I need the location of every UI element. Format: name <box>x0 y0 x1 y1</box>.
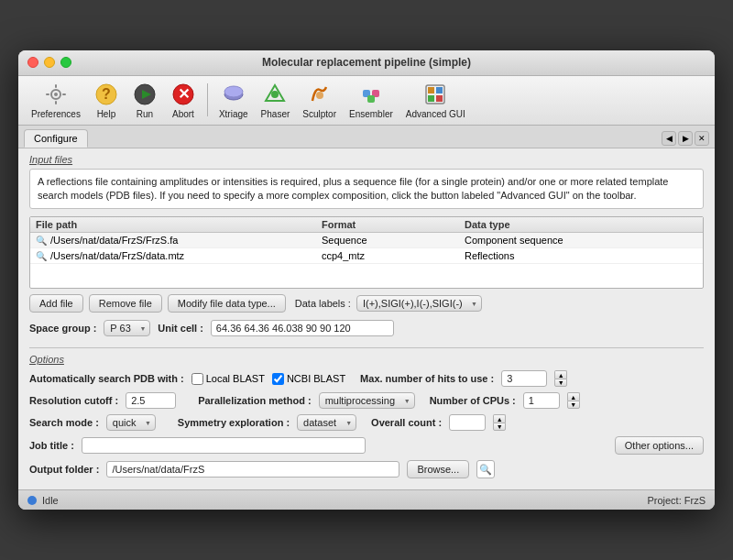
abort-button[interactable]: ✕ Abort <box>165 80 202 121</box>
run-button[interactable]: Run <box>126 80 163 121</box>
max-hits-label: Max. number of hits to use : <box>360 373 494 384</box>
data-labels-select-wrapper: I(+),SIGI(+),I(-),SIGI(-) <box>356 295 482 312</box>
parallelization-select-wrapper: multiprocessing <box>319 392 415 409</box>
advanced-gui-button[interactable]: Advanced GUI <box>400 80 471 121</box>
num-cpus-stepper: ▲ ▼ <box>567 392 580 409</box>
max-hits-stepper: ▲ ▼ <box>554 370 567 387</box>
file-format-1: Sequence <box>322 235 465 246</box>
svg-text:?: ? <box>102 86 111 102</box>
run-icon <box>132 82 158 107</box>
table-row[interactable]: 🔍 /Users/nat/data/FrzS/FrzS.fa Sequence … <box>30 233 703 248</box>
preferences-icon <box>43 82 69 107</box>
file-path-1: /Users/nat/data/FrzS/FrzS.fa <box>50 235 178 246</box>
maximize-button[interactable] <box>60 57 71 68</box>
output-folder-label: Output folder : <box>29 464 99 475</box>
svg-text:✕: ✕ <box>177 86 189 102</box>
local-blast-checkbox-label[interactable]: Local BLAST <box>191 373 265 385</box>
file-table: File path Format Data type 🔍 /Users/nat/… <box>29 216 704 289</box>
sculptor-icon <box>307 82 333 107</box>
input-files-label: Input files <box>29 154 704 165</box>
parallelization-select[interactable]: multiprocessing <box>319 392 415 409</box>
phaser-button[interactable]: Phaser <box>256 80 296 121</box>
status-text: Idle <box>42 495 59 506</box>
space-group-select-wrapper: P 63 <box>104 320 150 336</box>
phaser-label: Phaser <box>261 109 290 119</box>
sculptor-button[interactable]: Sculptor <box>297 80 342 121</box>
symmetry-select[interactable]: dataset <box>297 414 356 431</box>
svg-rect-21 <box>428 87 434 93</box>
ncbi-blast-label: NCBI BLAST <box>287 373 345 384</box>
auto-search-label: Automatically search PDB with : <box>29 373 184 384</box>
configure-tab[interactable]: Configure <box>24 129 88 148</box>
project-text: Project: FrzS <box>647 495 706 506</box>
svg-rect-3 <box>55 101 57 104</box>
job-title-row: Job title : Other options... <box>29 436 704 455</box>
max-hits-down[interactable]: ▼ <box>554 379 567 387</box>
xtriage-icon <box>221 82 246 107</box>
num-cpus-up[interactable]: ▲ <box>567 392 580 401</box>
output-folder-input[interactable] <box>106 461 399 478</box>
output-folder-row: Output folder : Browse... 🔍 <box>29 460 704 478</box>
input-files-section: Input files A reflections file containin… <box>18 148 715 348</box>
resolution-label: Resolution cutoff : <box>29 395 118 406</box>
resolution-row: Resolution cutoff : Parallelization meth… <box>29 392 704 409</box>
num-cpus-down[interactable]: ▼ <box>567 401 580 409</box>
close-button[interactable] <box>27 57 38 68</box>
remove-file-button[interactable]: Remove file <box>89 294 162 313</box>
resolution-input[interactable] <box>126 392 176 409</box>
overall-count-up[interactable]: ▲ <box>493 414 506 423</box>
tab-prev-button[interactable]: ◀ <box>662 131 676 146</box>
phaser-icon <box>262 82 288 107</box>
file-buttons-row: Add file Remove file Modify file data ty… <box>29 294 704 313</box>
svg-point-15 <box>271 91 279 98</box>
search-mode-row: Search mode : quick Symmetry exploration… <box>29 414 704 431</box>
job-title-input[interactable] <box>82 437 366 454</box>
max-hits-input[interactable] <box>501 370 547 387</box>
modify-file-button[interactable]: Modify file data type... <box>168 294 286 313</box>
space-group-label: Space group : <box>29 323 96 334</box>
svg-point-1 <box>54 93 58 96</box>
table-row[interactable]: 🔍 /Users/nat/data/FrzS/data.mtz ccp4_mtz… <box>30 248 703 264</box>
unit-cell-label: Unit cell : <box>158 323 203 334</box>
window-title: Molecular replacement pipeline (simple) <box>262 56 471 69</box>
svg-point-16 <box>316 92 323 99</box>
tab-close-button[interactable]: ✕ <box>695 131 709 146</box>
col-format: Format <box>322 219 465 230</box>
preferences-label: Preferences <box>31 109 81 119</box>
search-mode-select[interactable]: quick <box>106 414 156 431</box>
other-options-button[interactable]: Other options... <box>615 436 704 455</box>
traffic-lights <box>27 57 71 68</box>
xtriage-button[interactable]: Xtriage <box>213 80 254 121</box>
svg-rect-19 <box>367 95 375 103</box>
local-blast-label: Local BLAST <box>206 373 265 384</box>
ensembler-icon <box>358 82 384 107</box>
space-group-select[interactable]: P 63 <box>104 320 150 336</box>
data-labels-select[interactable]: I(+),SIGI(+),I(-),SIGI(-) <box>356 295 482 312</box>
tab-bar: Configure ◀ ▶ ✕ <box>18 126 715 148</box>
file-table-body: 🔍 /Users/nat/data/FrzS/FrzS.fa Sequence … <box>30 233 703 288</box>
svg-rect-4 <box>46 93 49 95</box>
max-hits-up[interactable]: ▲ <box>554 370 567 379</box>
ensembler-label: Ensembler <box>349 109 393 119</box>
local-blast-checkbox[interactable] <box>191 373 203 385</box>
data-labels-label: Data labels : <box>295 298 351 309</box>
browse-button[interactable]: Browse... <box>407 460 469 478</box>
minimize-button[interactable] <box>44 57 55 68</box>
title-bar: Molecular replacement pipeline (simple) <box>18 50 715 76</box>
add-file-button[interactable]: Add file <box>29 294 83 313</box>
help-button[interactable]: ? Help <box>88 80 125 121</box>
num-cpus-input[interactable] <box>523 392 560 409</box>
help-label: Help <box>97 109 116 119</box>
overall-count-input[interactable] <box>449 414 486 431</box>
options-label: Options <box>29 354 704 365</box>
preferences-button[interactable]: Preferences <box>26 80 86 121</box>
unit-cell-input[interactable] <box>211 320 394 336</box>
tab-next-button[interactable]: ▶ <box>678 131 693 146</box>
folder-search-button[interactable]: 🔍 <box>476 460 495 478</box>
ensembler-button[interactable]: Ensembler <box>344 80 399 121</box>
ncbi-blast-checkbox[interactable] <box>272 373 284 385</box>
ncbi-blast-checkbox-label[interactable]: NCBI BLAST <box>272 373 345 385</box>
overall-count-stepper: ▲ ▼ <box>493 414 506 431</box>
search-mode-select-wrapper: quick <box>106 414 156 431</box>
overall-count-down[interactable]: ▼ <box>493 423 506 431</box>
